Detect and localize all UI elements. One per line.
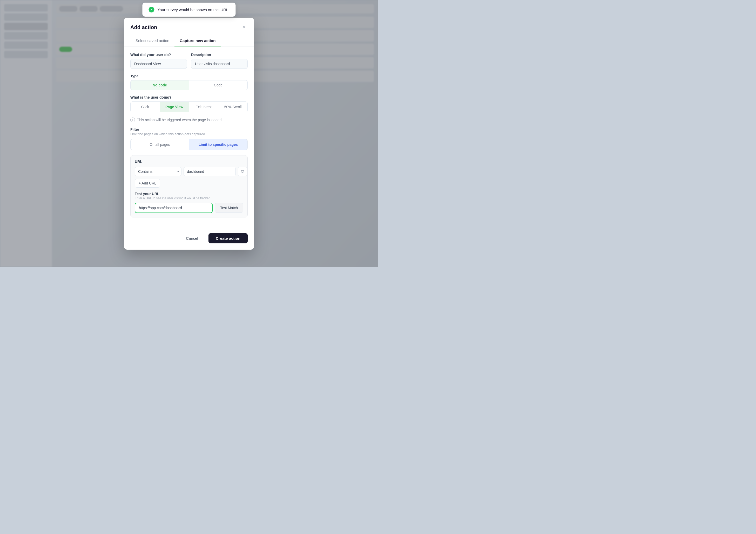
what-label: What did your user do? bbox=[130, 53, 187, 57]
form-group-description: Description bbox=[191, 53, 248, 69]
action-click-btn[interactable]: Click bbox=[131, 102, 160, 112]
test-url-section: Test your URL Enter a URL to see if a us… bbox=[135, 192, 243, 213]
info-message: This action will be triggered when the p… bbox=[137, 118, 223, 122]
form-what-description-row: What did your user do? Description bbox=[130, 53, 248, 69]
modal-tabs: Select saved action Capture new action bbox=[124, 35, 254, 46]
modal-title: Add action bbox=[130, 24, 157, 30]
user-action-group: Click Page View Exit Intent 50% Scroll bbox=[130, 101, 248, 112]
toast-notification: Your survey would be shown on this URL. bbox=[142, 3, 235, 16]
modal-header: Add action × bbox=[124, 18, 254, 31]
url-condition-select[interactable]: Contains Equals Starts with Ends with Re… bbox=[135, 167, 181, 176]
filter-all-pages-btn[interactable]: On all pages bbox=[131, 139, 189, 150]
description-label: Description bbox=[191, 53, 248, 57]
tab-select-saved[interactable]: Select saved action bbox=[130, 35, 175, 46]
url-value-input[interactable] bbox=[183, 167, 236, 176]
filter-section: Filter Limit the pages on which this act… bbox=[130, 127, 248, 150]
add-url-btn[interactable]: + Add URL bbox=[135, 179, 160, 188]
test-url-input[interactable] bbox=[135, 203, 213, 213]
info-text-row: i This action will be triggered when the… bbox=[130, 117, 248, 122]
filter-sublabel: Limit the pages on which this action get… bbox=[130, 132, 248, 136]
user-action-section: What is the user doing? Click Page View … bbox=[130, 95, 248, 112]
test-url-row: Test Match bbox=[135, 203, 243, 213]
action-pageview-btn[interactable]: Page View bbox=[160, 102, 189, 112]
test-match-button[interactable]: Test Match bbox=[215, 203, 243, 213]
url-section: URL Contains Equals Starts with Ends wit… bbox=[130, 155, 248, 217]
tab-capture-new[interactable]: Capture new action bbox=[175, 35, 221, 46]
info-icon: i bbox=[130, 117, 135, 122]
url-section-title: URL bbox=[135, 160, 243, 164]
form-group-what: What did your user do? bbox=[130, 53, 187, 69]
modal-overlay: Add action × Select saved action Capture… bbox=[0, 0, 378, 267]
what-input[interactable] bbox=[130, 59, 187, 69]
action-scroll-btn[interactable]: 50% Scroll bbox=[218, 102, 247, 112]
filter-label: Filter bbox=[130, 127, 248, 132]
filter-specific-pages-btn[interactable]: Limit to specific pages bbox=[189, 139, 247, 150]
action-exitintent-btn[interactable]: Exit Intent bbox=[189, 102, 219, 112]
type-nocode-btn[interactable]: No code bbox=[131, 80, 189, 90]
type-code-btn[interactable]: Code bbox=[189, 80, 247, 90]
modal-body: What did your user do? Description Type … bbox=[124, 46, 254, 229]
close-button[interactable]: × bbox=[240, 24, 248, 31]
url-filter-row: Contains Equals Starts with Ends with Re… bbox=[135, 167, 243, 176]
url-condition-select-wrapper: Contains Equals Starts with Ends with Re… bbox=[135, 167, 181, 176]
test-url-label: Test your URL bbox=[135, 192, 243, 196]
delete-url-btn[interactable] bbox=[238, 167, 247, 176]
type-toggle-group: No code Code bbox=[130, 80, 248, 90]
modal-footer: Cancel Create action bbox=[124, 229, 254, 250]
type-label: Type bbox=[130, 74, 248, 78]
cancel-button[interactable]: Cancel bbox=[178, 233, 205, 243]
add-action-modal: Add action × Select saved action Capture… bbox=[124, 18, 254, 250]
toast-message: Your survey would be shown on this URL. bbox=[157, 8, 229, 12]
create-action-button[interactable]: Create action bbox=[208, 233, 248, 243]
type-section: Type No code Code bbox=[130, 74, 248, 90]
toast-success-icon bbox=[148, 7, 154, 13]
description-input[interactable] bbox=[191, 59, 248, 69]
user-doing-label: What is the user doing? bbox=[130, 95, 248, 99]
filter-toggle-group: On all pages Limit to specific pages bbox=[130, 139, 248, 150]
test-url-sublabel: Enter a URL to see if a user visiting it… bbox=[135, 196, 243, 200]
